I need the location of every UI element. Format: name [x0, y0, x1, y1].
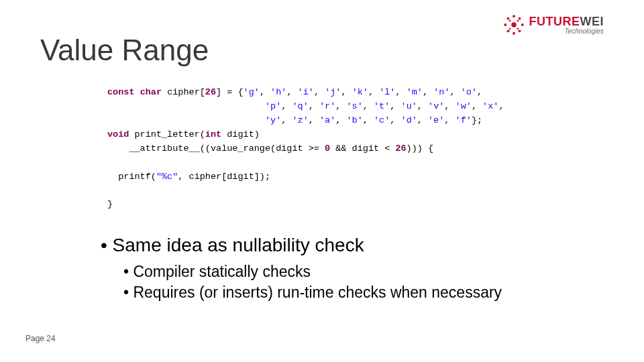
svg-point-10	[517, 28, 519, 30]
header: Value Range	[40, 34, 604, 67]
logo: FUTUREWEI Technologies	[502, 13, 604, 36]
slide: Value Range	[0, 0, 644, 362]
svg-point-11	[508, 28, 511, 30]
logo-sub: Technologies	[564, 28, 604, 35]
svg-point-12	[508, 20, 511, 22]
svg-point-3	[521, 23, 523, 26]
bullet-2b: Requires (or inserts) run-time checks wh…	[123, 282, 604, 303]
svg-point-8	[506, 17, 509, 20]
svg-point-4	[518, 29, 521, 32]
page-number: Page 24	[25, 334, 56, 343]
svg-point-1	[513, 15, 515, 17]
svg-point-6	[506, 29, 509, 32]
logo-text: FUTUREWEI Technologies	[529, 15, 604, 35]
svg-point-7	[504, 23, 506, 26]
code-block: const char cipher[26] = {'g', 'h', 'i', …	[107, 86, 604, 212]
slide-title: Value Range	[40, 34, 209, 67]
logo-name: FUTUREWEI	[529, 15, 604, 27]
svg-point-0	[511, 22, 517, 27]
bullet-1: Same idea as nullability check	[101, 235, 604, 256]
bullets: Same idea as nullability check Compiler …	[101, 235, 604, 303]
bullet-2a: Compiler statically checks	[123, 261, 604, 282]
svg-point-5	[513, 32, 515, 35]
svg-point-9	[517, 20, 519, 22]
svg-point-2	[518, 17, 521, 20]
logo-icon	[502, 13, 525, 36]
